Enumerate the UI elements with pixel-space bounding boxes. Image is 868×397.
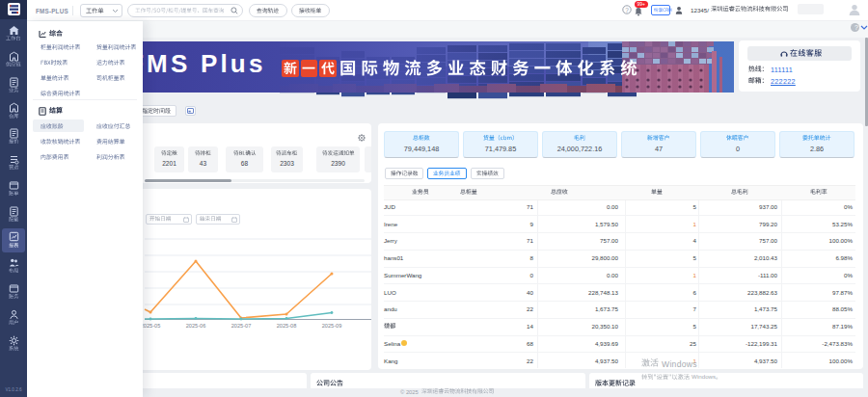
svg-text:?: ? (625, 7, 629, 13)
